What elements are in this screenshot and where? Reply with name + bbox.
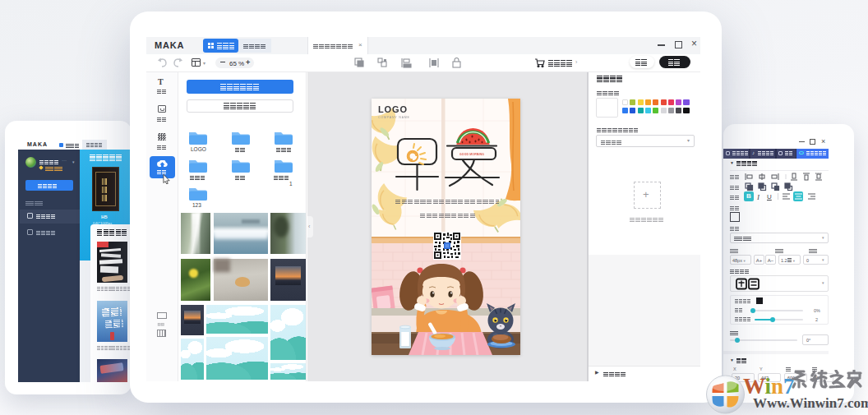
svg-text:Win7: Win7 xyxy=(743,374,795,399)
svg-text:LOGO: LOGO xyxy=(378,104,408,114)
svg-text:GOOD MORNING: GOOD MORNING xyxy=(459,153,484,156)
svg-text:COMPANY NAME: COMPANY NAME xyxy=(378,116,410,119)
svg-text:Www.Winwin7.com: Www.Winwin7.com xyxy=(753,395,868,411)
